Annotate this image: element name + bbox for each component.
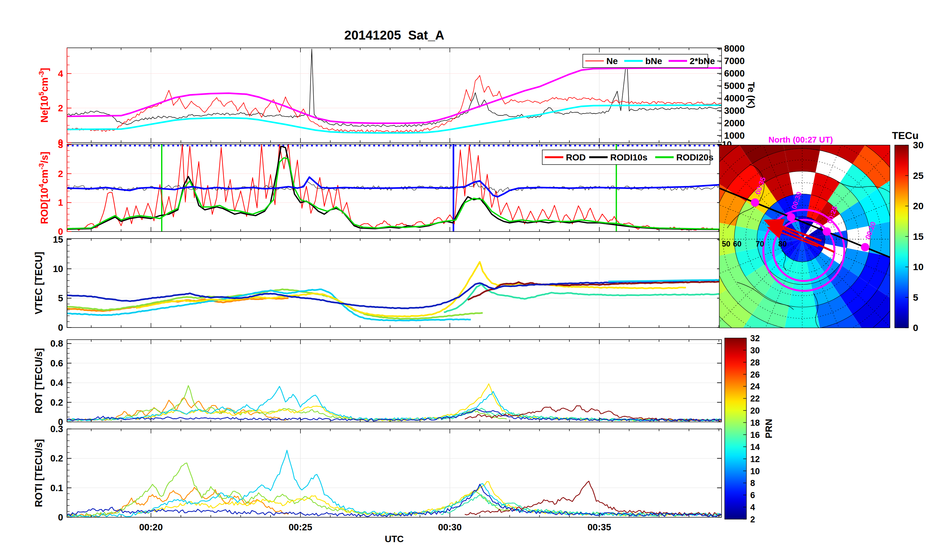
svg-text:4000: 4000 bbox=[724, 93, 745, 103]
svg-text:0: 0 bbox=[58, 512, 63, 522]
svg-text:PRN: PRN bbox=[764, 419, 774, 438]
svg-text:80: 80 bbox=[778, 239, 787, 248]
legend-rod: RODRODI10sRODI20s bbox=[542, 150, 714, 165]
svg-text:North (00:27 UT): North (00:27 UT) bbox=[769, 135, 833, 144]
svg-text:0.1: 0.1 bbox=[50, 483, 63, 493]
svg-text:22: 22 bbox=[750, 394, 760, 403]
series-RODI20s bbox=[67, 158, 722, 229]
svg-text:ROT [TECU/s]: ROT [TECU/s] bbox=[33, 348, 44, 414]
svg-text:1000: 1000 bbox=[724, 130, 745, 141]
svg-text:TECu: TECu bbox=[892, 130, 918, 141]
svg-text:24: 24 bbox=[750, 382, 760, 391]
svg-text:6000: 6000 bbox=[724, 68, 745, 79]
svg-text:Te (K): Te (K) bbox=[746, 82, 757, 108]
svg-text:8: 8 bbox=[750, 478, 755, 488]
series-prn-maroon bbox=[465, 481, 722, 516]
svg-text:RODI20s: RODI20s bbox=[676, 153, 714, 162]
svg-text:28: 28 bbox=[750, 358, 760, 367]
svg-text:7000: 7000 bbox=[724, 56, 745, 66]
svg-text:0.3: 0.3 bbox=[50, 424, 63, 434]
series-2*bNe bbox=[67, 68, 722, 123]
svg-text:18: 18 bbox=[750, 418, 760, 428]
svg-text:5000: 5000 bbox=[724, 81, 745, 91]
panel-vtec: 051015VTEC [TECU] bbox=[33, 235, 722, 333]
svg-text:bNe: bNe bbox=[645, 56, 662, 66]
svg-text:3000: 3000 bbox=[724, 106, 745, 116]
svg-text:00:35: 00:35 bbox=[587, 522, 611, 532]
svg-text:UTC: UTC bbox=[385, 534, 404, 544]
svg-text:Ne: Ne bbox=[607, 56, 618, 66]
svg-text:VTEC [TECU]: VTEC [TECU] bbox=[33, 251, 44, 314]
tec-map: 00:3500:3000:2500:2050607080North (00:27… bbox=[662, 99, 926, 380]
series-prn-lightgreen bbox=[67, 386, 507, 421]
series-background-level bbox=[67, 177, 722, 197]
svg-text:0.2: 0.2 bbox=[50, 453, 63, 463]
svg-text:0.4: 0.4 bbox=[50, 378, 63, 388]
svg-text:00:25: 00:25 bbox=[289, 522, 312, 532]
svg-text:26: 26 bbox=[750, 370, 760, 380]
svg-text:14: 14 bbox=[750, 442, 760, 452]
legend-ne-te: NebNe2*bNe bbox=[583, 54, 715, 68]
panel-ne-te: 02410002000300040005000600070008000Te (K… bbox=[37, 43, 757, 149]
series-prn-maroon bbox=[468, 282, 722, 300]
svg-text:10: 10 bbox=[913, 262, 923, 272]
series-prn-orange bbox=[67, 487, 288, 517]
svg-text:ROTI [TECU/s]: ROTI [TECU/s] bbox=[33, 439, 44, 507]
svg-text:30: 30 bbox=[750, 346, 760, 355]
svg-text:ROD[104cm-3/s]: ROD[104cm-3/s] bbox=[37, 152, 50, 224]
svg-text:00:30: 00:30 bbox=[438, 522, 461, 532]
svg-text:0.8: 0.8 bbox=[50, 338, 63, 348]
tecu-colorbar: 302520151050TECu bbox=[892, 130, 923, 333]
svg-text:2000: 2000 bbox=[724, 118, 745, 128]
series-prn-orange bbox=[67, 398, 288, 421]
svg-text:70: 70 bbox=[756, 239, 764, 248]
series-prn-lightgreen bbox=[67, 463, 510, 517]
svg-text:0: 0 bbox=[58, 322, 63, 333]
series-bNe bbox=[67, 105, 722, 133]
figure: 20141205 Sat_A 0241000200030004000500060… bbox=[0, 0, 926, 560]
svg-text:25: 25 bbox=[913, 170, 923, 181]
svg-text:0.6: 0.6 bbox=[50, 358, 63, 368]
svg-text:2: 2 bbox=[58, 103, 63, 113]
svg-text:5: 5 bbox=[58, 293, 63, 303]
svg-text:ROD: ROD bbox=[566, 153, 586, 162]
svg-text:12: 12 bbox=[750, 454, 760, 464]
svg-text:32: 32 bbox=[750, 334, 760, 343]
svg-text:3: 3 bbox=[58, 140, 63, 150]
svg-text:15: 15 bbox=[53, 235, 63, 245]
panel-rot: 00.20.40.60.8ROT [TECU/s] bbox=[33, 338, 722, 427]
svg-text:4: 4 bbox=[58, 68, 63, 79]
svg-text:4: 4 bbox=[750, 502, 755, 512]
svg-text:0: 0 bbox=[913, 322, 918, 333]
svg-text:60: 60 bbox=[733, 239, 741, 248]
svg-text:10: 10 bbox=[53, 264, 63, 274]
svg-text:5: 5 bbox=[913, 292, 918, 303]
svg-text:10: 10 bbox=[750, 466, 760, 476]
svg-text:50: 50 bbox=[722, 239, 731, 248]
series-RODI-raw bbox=[67, 181, 722, 193]
svg-text:2: 2 bbox=[58, 169, 63, 179]
svg-text:20: 20 bbox=[913, 201, 923, 211]
panel-roti: 00.10.20.3ROTI [TECU/s]00:2000:2500:3000… bbox=[33, 424, 722, 544]
svg-text:00:20: 00:20 bbox=[139, 522, 163, 532]
svg-text:Ne[105cm-3]: Ne[105cm-3] bbox=[37, 68, 50, 123]
svg-text:0.2: 0.2 bbox=[50, 397, 63, 407]
svg-text:RODI10s: RODI10s bbox=[610, 153, 648, 162]
svg-text:8000: 8000 bbox=[724, 43, 745, 54]
series-prn-cyan bbox=[67, 386, 722, 421]
svg-text:16: 16 bbox=[750, 430, 760, 440]
svg-text:1: 1 bbox=[58, 197, 63, 207]
svg-text:15: 15 bbox=[913, 231, 923, 242]
figure-canvas: 02410002000300040005000600070008000Te (K… bbox=[0, 0, 926, 560]
panel-rod: 0123ROD[104cm-3/s]RODRODI10sRODI20s bbox=[37, 140, 722, 237]
svg-text:20: 20 bbox=[750, 406, 760, 416]
svg-text:2*bNe: 2*bNe bbox=[690, 56, 715, 66]
svg-text:2: 2 bbox=[750, 515, 755, 524]
svg-text:6: 6 bbox=[750, 490, 755, 500]
prn-colorbar: 3230282624222018161412108642PRN bbox=[725, 334, 774, 524]
